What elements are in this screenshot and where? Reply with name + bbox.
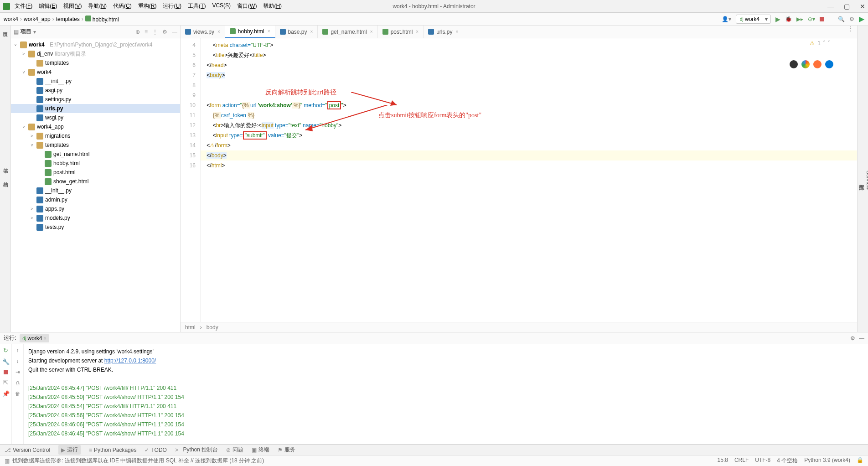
editor-tab[interactable]: base.py× <box>275 26 318 38</box>
settings-icon[interactable]: ⚙ <box>849 16 854 22</box>
code-editor[interactable]: 45678910111213141516 ⚠1 ˆˇ 反向解析跳转到此url路径 <box>181 38 857 322</box>
run-stop-button[interactable] <box>4 370 8 374</box>
menu-item[interactable]: 工具(T) <box>188 2 206 10</box>
inspection-badge[interactable]: ⚠1 ˆˇ <box>810 40 830 47</box>
menu-item[interactable]: 编辑(E) <box>39 2 57 10</box>
bottom-tool-tab[interactable]: ⊘问题 <box>226 446 243 454</box>
tree-node[interactable]: vwork4 <box>11 67 180 77</box>
run-config-selector[interactable]: dj work4 <box>736 15 771 24</box>
tree-node[interactable]: tests.py <box>11 223 180 232</box>
breadcrumb-item[interactable]: work4_app <box>24 16 51 22</box>
menu-item[interactable]: 视图(V) <box>63 2 82 10</box>
tree-node[interactable]: vwork4_app <box>11 122 180 131</box>
menu-item[interactable]: 帮助(H) <box>263 2 282 10</box>
settings-gear-icon[interactable]: ⚙ <box>162 29 167 35</box>
menu-item[interactable]: 重构(R) <box>138 2 157 10</box>
menu-item[interactable]: 运行(U) <box>163 2 181 10</box>
down-stack-icon[interactable]: ↓ <box>16 358 19 364</box>
bottom-tool-tab[interactable]: ≡Python Packages <box>89 447 136 453</box>
bottom-tool-tab[interactable]: ✓TODO <box>145 447 166 453</box>
pycharm-preview-icon[interactable] <box>790 60 798 68</box>
editor-tab[interactable]: hobby.html× <box>225 26 275 38</box>
soft-wrap-icon[interactable]: ⇥ <box>16 369 20 375</box>
profile-button[interactable]: ⊙▾ <box>808 16 815 22</box>
tree-node[interactable]: settings.py <box>11 95 180 104</box>
close-button[interactable]: ✕ <box>860 3 865 10</box>
project-tree[interactable]: v work4 E:\Python\Python_Django\2_projec… <box>11 38 180 332</box>
tree-node[interactable]: post.html <box>11 168 180 177</box>
tree-node[interactable]: urls.py <box>11 104 180 113</box>
bottom-tool-tab[interactable]: ⎇Version Control <box>5 447 50 453</box>
run-hide-icon[interactable]: — <box>859 335 864 342</box>
tree-node[interactable]: templates <box>11 58 180 67</box>
up-stack-icon[interactable]: ↑ <box>16 347 19 353</box>
crumb-body[interactable]: body <box>207 324 218 331</box>
stop-button[interactable] <box>820 17 824 21</box>
right-tool-tab[interactable]: 数据库 <box>858 33 865 327</box>
bottom-tool-tab[interactable]: ⚑服务 <box>278 446 295 454</box>
run-button[interactable]: ▶ <box>775 16 780 23</box>
crumb-html[interactable]: html <box>185 324 196 331</box>
collapse-all-icon[interactable]: ⋮ <box>152 29 158 35</box>
menu-item[interactable]: VCS(S) <box>212 2 231 10</box>
status-cell[interactable]: 4 个空格 <box>777 457 798 465</box>
tree-node[interactable]: __init__.py <box>11 77 180 86</box>
run-layout-button[interactable]: ⇱ <box>3 379 8 386</box>
menu-item[interactable]: 代码(C) <box>113 2 132 10</box>
scroll-end-icon[interactable]: ⎙ <box>16 380 19 386</box>
debug-button[interactable]: 🐞 <box>785 16 792 22</box>
tree-node[interactable]: show_get.html <box>11 177 180 186</box>
tree-node[interactable]: vtemplates <box>11 140 180 150</box>
rerun-button[interactable]: ↻ <box>3 347 8 354</box>
run-tool-button[interactable]: 🔧 <box>2 358 10 365</box>
search-icon[interactable]: 🔍 <box>838 16 845 22</box>
tree-node[interactable]: admin.py <box>11 195 180 204</box>
select-opened-file-icon[interactable]: ⊕ <box>135 29 140 35</box>
run-pin-button[interactable]: 📌 <box>2 390 10 397</box>
run-settings-icon[interactable]: ⚙ <box>850 335 855 342</box>
maximize-button[interactable]: ▢ <box>844 3 850 10</box>
firefox-icon[interactable] <box>813 60 822 68</box>
bottom-tool-tab[interactable]: ▣终端 <box>252 446 269 454</box>
edge-icon[interactable] <box>825 60 833 68</box>
status-cell[interactable]: UTF-8 <box>755 457 770 465</box>
coverage-button[interactable]: ▶▸ <box>796 16 803 22</box>
status-cell[interactable]: CRLF <box>734 457 749 465</box>
console-output[interactable]: Django version 4.2.9, using settings 'wo… <box>24 344 868 444</box>
clear-icon[interactable]: 🗑 <box>15 391 21 397</box>
expand-all-icon[interactable]: ≡ <box>145 29 148 35</box>
user-icon[interactable]: 👤▾ <box>722 16 731 22</box>
more-icon[interactable]: ▶ <box>859 15 864 23</box>
status-cell[interactable]: 15:8 <box>718 457 728 465</box>
breadcrumb-item[interactable]: hobby.html <box>85 16 119 23</box>
tabs-more-icon[interactable]: ⋮ <box>844 26 857 38</box>
tree-node[interactable]: >migrations <box>11 131 180 140</box>
editor-tab[interactable]: urls.py× <box>424 26 463 38</box>
lock-icon[interactable]: 🔒 <box>857 457 863 465</box>
tree-node[interactable]: >dj_env library根目录 <box>11 49 180 58</box>
hide-panel-icon[interactable]: — <box>172 29 177 35</box>
tree-node[interactable]: hobby.html <box>11 159 180 168</box>
tree-node[interactable]: get_name.html <box>11 150 180 159</box>
status-cell[interactable]: Python 3.9 (work4) <box>804 457 850 465</box>
tree-node[interactable]: wsgi.py <box>11 113 180 122</box>
code-lines[interactable]: ⚠1 ˆˇ 反向解析跳转到此url路径 点击submit按钮响应form表头的"… <box>201 38 857 322</box>
chrome-icon[interactable] <box>801 60 810 68</box>
menu-item[interactable]: 导航(N) <box>88 2 107 10</box>
breadcrumb-item[interactable]: work4 <box>4 16 18 22</box>
minimize-button[interactable]: — <box>827 3 834 10</box>
menu-item[interactable]: 窗口(W) <box>237 2 257 10</box>
editor-tab[interactable]: views.py× <box>181 26 225 38</box>
editor-tab[interactable]: get_name.html× <box>318 26 377 38</box>
right-tool-tab[interactable]: SciView <box>865 33 868 327</box>
run-config-tab[interactable]: dj work4 × <box>20 334 49 342</box>
tree-node[interactable]: >apps.py <box>11 204 180 213</box>
bottom-tool-tab[interactable]: >_Python 控制台 <box>175 446 218 454</box>
menu-item[interactable]: 文件(F) <box>15 2 32 10</box>
tree-node[interactable]: asgi.py <box>11 86 180 95</box>
bottom-tool-tab[interactable]: ▶运行 <box>58 445 81 455</box>
status-db-icon[interactable]: ▥ <box>5 458 10 464</box>
tree-node[interactable]: __init__.py <box>11 186 180 195</box>
editor-tab[interactable]: post.html× <box>378 26 424 38</box>
breadcrumb-item[interactable]: templates <box>56 16 80 22</box>
